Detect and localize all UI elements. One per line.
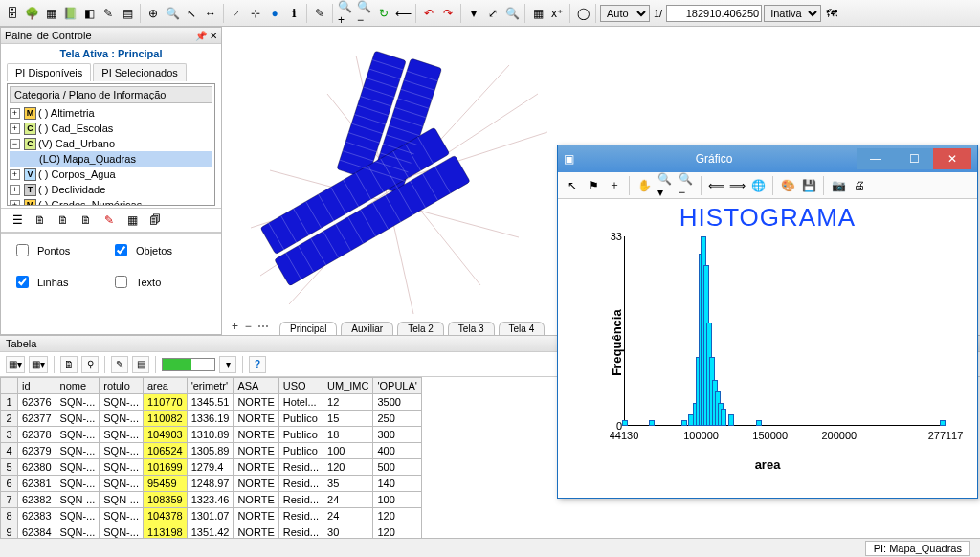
table-row[interactable]: 462379SQN-...SQN-...1065241305.89NORTEPu… [1,443,422,459]
tool-db-icon[interactable]: 🗄 [4,5,21,22]
sheet3-icon[interactable]: 🗎 [78,212,95,229]
tool-tree-icon[interactable]: 🌳 [23,5,40,22]
sheet1-icon[interactable]: 🗎 [32,212,49,229]
table-row[interactable]: 262377SQN-...SQN-...1100821336.19NORTEPu… [1,411,422,427]
map-tab[interactable]: Tela 4 [499,322,546,335]
close-button[interactable]: ✕ [933,148,971,169]
tool-pointer-icon[interactable]: ⊹ [247,5,264,22]
tree-item[interactable]: +M( ) Altimetria [10,105,212,121]
globe2-icon[interactable]: 🌐 [749,177,767,194]
minimize-button[interactable]: — [857,148,895,169]
column-header[interactable]: id [18,378,56,394]
tool-target-icon[interactable]: ⊕ [145,5,162,22]
maximize-button[interactable]: ☐ [895,148,933,169]
zoomin2-icon[interactable]: 🔍▾ [657,177,674,194]
list-icon[interactable]: ☰ [9,212,26,229]
sheet2-icon[interactable]: 🗎 [55,212,72,229]
save2-icon[interactable]: 💾 [800,177,817,194]
table-row[interactable]: 562380SQN-...SQN-...1016991279.4NORTERes… [1,459,422,476]
chart-titlebar[interactable]: ▣ Gráfico — ☐ ✕ [558,145,977,172]
table-row[interactable]: 162376SQN-...SQN-...1107701345.51NORTEHo… [1,394,422,411]
check-pontos[interactable]: Pontos [12,241,111,259]
column-header[interactable]: rotulo [100,378,144,394]
layer-tree[interactable]: Categoria / Plano de Informação+M( ) Alt… [7,83,215,206]
tool-layers-icon[interactable]: ▦ [42,5,59,22]
close-panel-icon[interactable]: ✕ [210,31,217,41]
camera-icon[interactable]: 📷 [830,177,847,194]
flag-icon[interactable]: ⚑ [585,177,602,194]
tool-cursor-icon[interactable]: ↖ [183,5,200,22]
tree-item[interactable]: +M( ) Grades_Numéricas [10,197,212,206]
tool-unzoom-icon[interactable]: ↔ [202,5,219,22]
table-row[interactable]: 762382SQN-...SQN-...1083591323.46NORTERe… [1,492,422,508]
column-header[interactable]: nome [56,378,100,394]
tool-globe-icon[interactable]: ● [266,5,283,22]
tool-circle-icon[interactable]: ◯ [574,5,591,22]
pan-icon[interactable]: ✋ [635,177,653,194]
tool-mapicon[interactable]: 🗺 [823,5,840,22]
check-linhas[interactable]: Linhas [12,273,111,291]
cursor-icon[interactable]: ↖ [564,177,581,194]
fwd-icon[interactable]: ⟹ [728,177,746,194]
tool-eraser-icon[interactable]: ◧ [80,5,98,22]
table-icon[interactable]: ▦ [123,212,141,229]
table-row[interactable]: 662381SQN-...SQN-...954591248.97NORTERes… [1,476,422,492]
tree-item[interactable]: +C( ) Cad_Escolas [10,121,212,136]
column-header[interactable]: USO [278,378,323,394]
map-tab[interactable]: Principal [279,322,337,335]
chart-window[interactable]: ▣ Gráfico — ☐ ✕ ↖ ⚑ ＋ ✋ 🔍▾ 🔍− ⟸ ⟹ 🌐 🎨 💾 … [557,145,978,499]
check-texto[interactable]: Texto [111,273,210,291]
tbl-filter-icon[interactable]: ⚲ [81,356,99,373]
doc-icon[interactable]: 🗐 [146,212,164,229]
refresh-icon[interactable]: ↻ [375,5,392,22]
brush-icon[interactable]: ✎ [100,212,118,229]
tool-layer-drop-icon[interactable]: ▾ [465,5,482,22]
back-icon[interactable]: ⟸ [707,177,724,194]
check-objetos[interactable]: Objetos [111,241,210,259]
zoom-in-icon[interactable]: 🔍+ [337,5,354,22]
tool-grid-icon[interactable]: ▦ [529,5,546,22]
tool-zoom3-icon[interactable]: 🔍 [503,5,521,22]
crosshair-icon[interactable]: ＋ [606,177,623,194]
map-tab[interactable]: Tela 3 [448,322,495,335]
map-zoom-buttons[interactable]: + − ⋯ [232,320,269,333]
tool-fit-icon[interactable]: ⤢ [484,5,501,22]
tool-pencil-icon[interactable]: ✎ [100,5,117,22]
zoom-out-icon[interactable]: 🔍− [356,5,373,22]
tbl-grid1-icon[interactable]: ▦▾ [6,356,25,373]
column-header[interactable]: 'erimetr' [187,378,234,394]
redo-icon[interactable]: ↷ [439,5,457,22]
table-row[interactable]: 862383SQN-...SQN-...1043781301.07NORTERe… [1,508,422,524]
tool-edit-icon[interactable]: ✎ [311,5,328,22]
tree-item[interactable]: −C(V) Cad_Urbano [10,136,212,151]
column-header[interactable]: 'OPULA' [373,378,422,394]
state-select[interactable]: Inativa [764,5,821,22]
tool-book-icon[interactable]: 📗 [61,5,78,22]
column-header[interactable]: area [143,378,187,394]
tbl-chart-icon[interactable]: ▤ [132,356,149,373]
tab-pi-selecionados[interactable]: PI Selecionados [93,63,187,81]
tab-pi-disponiveis[interactable]: PI Disponíveis [7,63,91,81]
tree-item[interactable]: +V( ) Corpos_Agua [10,167,212,182]
tbl-edit-icon[interactable]: ✎ [111,356,128,373]
prev-view-icon[interactable]: ⟵ [394,5,412,22]
column-header[interactable]: UM_IMC [323,378,373,394]
tbl-sheet-icon[interactable]: 🗎 [60,356,78,373]
tool-zoomarea-icon[interactable]: 🔍 [164,5,181,22]
tree-header[interactable]: Categoria / Plano de Informação [10,86,212,103]
undo-icon[interactable]: ↶ [420,5,437,22]
coord-input[interactable] [666,5,762,22]
tbl-help-icon[interactable]: ? [249,356,266,373]
tbl-grid2-icon[interactable]: ▦▾ [29,356,48,373]
tool-xy-icon[interactable]: x⁺ [548,5,566,22]
column-header[interactable]: ASA [234,378,278,394]
tree-item[interactable]: +T( ) Declividade [10,182,212,197]
table-row[interactable]: 362378SQN-...SQN-...1049031310.89NORTEPu… [1,427,422,443]
map-tab[interactable]: Tela 2 [397,322,444,335]
tool-doc-icon[interactable]: ▤ [119,5,136,22]
zoomout2-icon[interactable]: 🔍− [678,177,695,194]
map-tab[interactable]: Auxiliar [341,322,393,335]
palette-icon[interactable]: 🎨 [779,177,796,194]
tool-measure-icon[interactable]: ⟋ [228,5,245,22]
tree-item-child[interactable]: (LO) Mapa_Quadras [10,151,212,167]
